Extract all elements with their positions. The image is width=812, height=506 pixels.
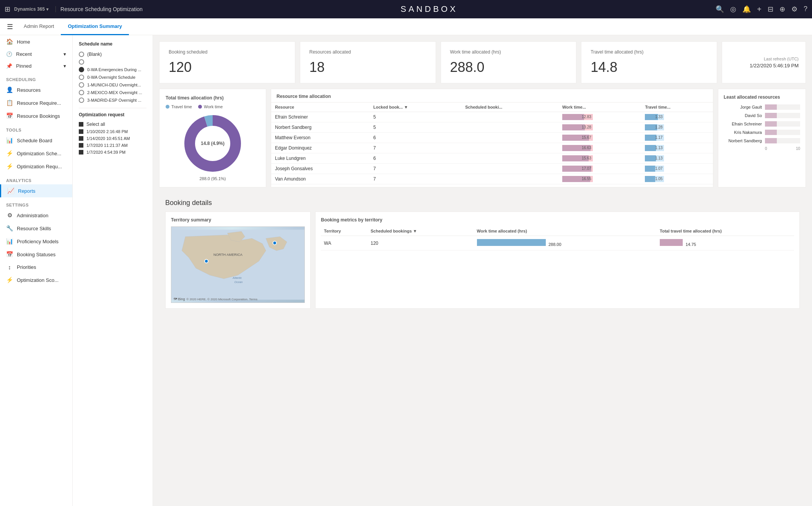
app-name[interactable]: Dynamics 365 ▾ [14, 7, 49, 12]
radio-mexico[interactable] [79, 90, 84, 95]
filter-icon[interactable]: ⊟ [768, 5, 773, 14]
search-icon[interactable]: 🔍 [716, 5, 724, 14]
schedule-munich[interactable]: 1-MUNICH-DEU Overnight... [79, 81, 146, 89]
kpi-travel-time: Travel time allocated (hrs) 14.8 [581, 41, 717, 83]
axis-min: 0 [765, 146, 767, 151]
sidebar-item-reports[interactable]: 📈 Reports [0, 184, 72, 197]
recent-chevron: ▾ [63, 51, 66, 57]
wa-work: 288.00 [474, 236, 657, 251]
share-icon[interactable]: ⊕ [779, 5, 785, 14]
schedule-empty[interactable] [79, 58, 146, 66]
checkbox-req-4[interactable] [79, 150, 83, 155]
tab-optimization-summary[interactable]: Optimization Summary [61, 18, 129, 35]
sidebar-item-resource-skills[interactable]: 🔧 Resource Skills [0, 222, 72, 235]
schedule-mexico[interactable]: 2-MEXICO-MEX Overnight ... [79, 89, 146, 96]
settings-icon[interactable]: ⚙ [791, 5, 797, 14]
notification-icon[interactable]: 🔔 [742, 5, 751, 14]
least-bar-wrap [765, 104, 800, 110]
sidebar-item-resource-bookings[interactable]: 📅 Resource Bookings [0, 109, 72, 122]
work-bar-bg: 17.07 [562, 166, 593, 172]
tab-admin-report[interactable]: Admin Report [17, 18, 61, 35]
donut-legend: Travel time Work time [166, 104, 260, 109]
work-val: 15.67 [582, 135, 591, 141]
travel-val: 1.05 [655, 176, 662, 182]
radio-wa-em[interactable] [79, 67, 84, 72]
sidebar-item-optimization-request[interactable]: ⚡ Optimization Requ... [0, 160, 72, 173]
req-select-all[interactable]: Select all [79, 120, 146, 128]
req-2[interactable]: 1/14/2020 10:45:51 AM [79, 135, 146, 142]
schedule-madrid[interactable]: 3-MADRID-ESP Overnight ... [79, 96, 146, 104]
scheduled-val [461, 174, 558, 184]
kpi-travel-label: Travel time allocated (hrs) [591, 49, 708, 55]
sidebar-item-resources[interactable]: 👤 Resources [0, 83, 72, 96]
sidebar-item-administration[interactable]: ⚙ Administration [0, 209, 72, 222]
work-bar-cell: 15.67 [558, 133, 641, 143]
sidebar-item-booking-statuses[interactable]: 📅 Booking Statuses [0, 248, 72, 261]
radio-munich[interactable] [79, 82, 84, 88]
col-total-travel: Total travel time allocated (hrs) [657, 226, 794, 236]
req-1[interactable]: 1/10/2020 2:16:48 PM [79, 128, 146, 135]
locked-val: 7 [369, 164, 461, 174]
kpi-travel-value: 14.8 [591, 59, 708, 75]
sidebar-item-proficiency-models[interactable]: 📊 Proficiency Models [0, 235, 72, 248]
opt-schedule-icon: ⚡ [6, 150, 13, 157]
add-icon[interactable]: + [757, 5, 762, 14]
resource-name: Van Amundson [271, 174, 369, 184]
kpi-resources-allocated: Resources allocated 18 [300, 41, 436, 83]
nav-toggle-button[interactable]: ☰ [3, 23, 17, 31]
sidebar-item-optimization-score[interactable]: ⚡ Optimization Sco... [0, 273, 72, 286]
pinned-chevron: ▾ [63, 63, 66, 69]
bookings-icon: 📅 [6, 112, 13, 119]
opt-request-icon: ⚡ [6, 163, 13, 170]
schedule-wa-emergencies[interactable]: 0-WA Emergencies During ... [79, 66, 146, 73]
svg-text:NORTH AMERICA: NORTH AMERICA [213, 253, 243, 257]
opt-score-icon: ⚡ [6, 277, 13, 283]
resources-icon: 👤 [6, 86, 13, 93]
table-row: Van Amundson 7 16.55 1.05 [271, 174, 713, 184]
radio-empty[interactable] [79, 59, 84, 65]
radio-blank[interactable] [79, 52, 84, 57]
work-bar-bg: 15.63 [562, 155, 593, 161]
travel-bar-cell: 1.28 [641, 122, 713, 133]
schedule-blank[interactable]: (Blank) [79, 50, 146, 58]
sidebar-item-pinned[interactable]: 📌 Pinned ▾ [0, 60, 72, 72]
travel-bar-fill [645, 135, 656, 141]
scheduled-val [461, 122, 558, 133]
refresh-label: Last refresh (UTC) [764, 57, 799, 61]
sidebar-item-recent[interactable]: 🕐 Recent ▾ [0, 48, 72, 60]
work-bar-cell: 13.28 [558, 122, 641, 133]
work-bar-bg: 16.55 [562, 176, 593, 182]
schedule-wa-overnight[interactable]: 0-WA Overnight Schedule [79, 73, 146, 81]
travel-bar-bg: 1.07 [645, 166, 664, 172]
col-work-allocated: Work time allocated (hrs) [474, 226, 657, 236]
sidebar-item-schedule-board[interactable]: 📊 Schedule Board [0, 134, 72, 147]
sidebar-item-resource-requirements[interactable]: 📋 Resource Require... [0, 96, 72, 109]
sidebar-item-home[interactable]: 🏠 Home [0, 35, 72, 48]
schedule-board-icon: 📊 [6, 137, 13, 144]
least-bar-wrap [765, 130, 800, 135]
radio-madrid[interactable] [79, 98, 84, 103]
sidebar-item-optimization-schedule[interactable]: ⚡ Optimization Sche... [0, 147, 72, 160]
help-icon[interactable]: ? [804, 5, 807, 14]
donut-title: Total times allocation (hrs) [166, 95, 260, 101]
kpi-resources-value: 18 [309, 59, 426, 75]
checkbox-req-3[interactable] [79, 143, 83, 148]
locked-val: 5 [369, 112, 461, 122]
target-icon[interactable]: ◎ [730, 5, 736, 14]
radio-wa-ov[interactable] [79, 75, 84, 80]
resource-name: Efrain Schreiner [271, 112, 369, 122]
subheader: ☰ Admin Report Optimization Summary [0, 18, 812, 35]
checkbox-select-all[interactable] [79, 122, 83, 127]
sidebar-home-label: Home [17, 39, 30, 45]
locked-val: 6 [369, 153, 461, 164]
req-3[interactable]: 1/7/2020 11:21:37 AM [79, 142, 146, 149]
checkbox-req-1[interactable] [79, 129, 83, 134]
travel-val: 1.28 [655, 124, 662, 130]
grid-icon[interactable]: ⊞ [5, 5, 10, 13]
checkbox-req-2[interactable] [79, 136, 83, 141]
resource-table-scroll[interactable]: Resource Locked book... ▼ Scheduled book… [271, 103, 713, 184]
bing-label: 🗺 Bing [174, 297, 185, 301]
req-4[interactable]: 1/7/2020 4:54:39 PM [79, 149, 146, 156]
sidebar-item-priorities[interactable]: ↕ Priorities [0, 261, 72, 273]
svg-point-10 [205, 259, 208, 263]
